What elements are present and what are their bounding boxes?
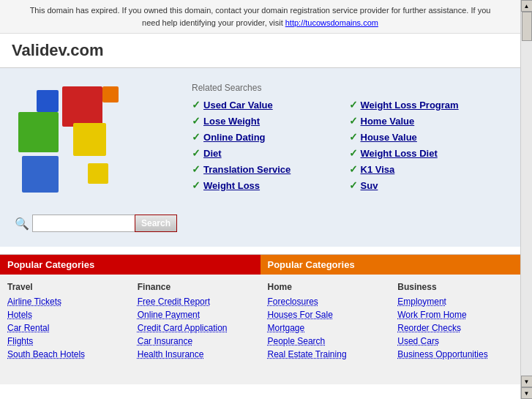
popular-category-link[interactable]: Real Estate Training xyxy=(268,349,383,359)
related-link[interactable]: K1 Visa xyxy=(361,164,395,175)
hero-section: 🔍 Search Related Searches ✓Used Car Valu… xyxy=(0,68,520,247)
notification-bar: This domain has expired. If you owned th… xyxy=(0,0,520,34)
popular-section: Popular Categories TravelAirline Tickets… xyxy=(0,255,520,384)
popular-category-link[interactable]: Free Credit Report xyxy=(138,297,253,307)
logo-search-col: 🔍 Search xyxy=(15,83,177,232)
checkmark-icon: ✓ xyxy=(192,115,201,127)
related-item: ✓K1 Visa xyxy=(349,163,506,175)
checkmark-icon: ✓ xyxy=(192,163,201,175)
popular-category-link[interactable]: Online Payment xyxy=(138,310,253,320)
related-link[interactable]: Diet xyxy=(203,148,222,159)
checkmark-icon: ✓ xyxy=(349,163,358,175)
popular-category-link[interactable]: Mortgage xyxy=(268,323,383,333)
related-item: ✓House Value xyxy=(349,131,506,143)
popular-panel-left: Popular Categories TravelAirline Tickets… xyxy=(0,255,261,370)
related-item: ✓Suv xyxy=(349,179,506,191)
popular-category-link[interactable]: Business Opportunities xyxy=(397,349,513,359)
related-searches: Related Searches ✓Used Car Value✓Lose We… xyxy=(192,83,506,191)
popular-category-link[interactable]: People Search xyxy=(268,336,383,346)
popular-cols-left: TravelAirline TicketsHotelsCar RentalFli… xyxy=(7,282,253,362)
popular-header-right: Popular Categories xyxy=(261,255,521,275)
related-link[interactable]: Online Dating xyxy=(203,132,266,143)
related-item: ✓Online Dating xyxy=(192,131,348,143)
related-link[interactable]: Translation Service xyxy=(203,164,291,175)
logo-block-blue xyxy=(22,156,59,193)
checkmark-icon: ✓ xyxy=(349,179,358,191)
scroll-thumb[interactable] xyxy=(522,12,532,41)
popular-col: TravelAirline TicketsHotelsCar RentalFli… xyxy=(7,282,123,362)
checkmark-icon: ✓ xyxy=(349,99,358,111)
related-links-container: ✓Used Car Value✓Lose Weight✓Online Datin… xyxy=(192,99,506,191)
popular-category-link[interactable]: Work From Home xyxy=(397,310,513,320)
related-item: ✓Weight Loss Diet xyxy=(349,147,506,159)
popular-category-link[interactable]: Employment xyxy=(397,297,513,307)
scroll-down-button[interactable]: ▼ xyxy=(521,376,533,387)
domain-title: Validev.com xyxy=(0,34,520,68)
popular-col: HomeForeclosuresHouses For SaleMortgageP… xyxy=(268,282,383,362)
related-item: ✓Lose Weight xyxy=(192,115,348,127)
logo-block-blue-small xyxy=(37,90,59,112)
related-col-right: ✓Weight Loss Program✓Home Value✓House Va… xyxy=(349,99,506,191)
logo-block-yellow-small xyxy=(88,163,108,184)
related-col-left: ✓Used Car Value✓Lose Weight✓Online Datin… xyxy=(192,99,348,191)
search-input[interactable] xyxy=(32,215,135,232)
related-link[interactable]: House Value xyxy=(361,132,417,143)
related-link[interactable]: Suv xyxy=(361,180,378,191)
popular-category-link[interactable]: Hotels xyxy=(7,310,123,320)
search-area: 🔍 Search xyxy=(15,215,177,232)
checkmark-icon: ✓ xyxy=(349,115,358,127)
popular-cols-right: HomeForeclosuresHouses For SaleMortgageP… xyxy=(268,282,514,362)
popular-col-title: Finance xyxy=(138,282,253,292)
scroll-track[interactable] xyxy=(521,12,533,376)
related-searches-label: Related Searches xyxy=(192,83,506,93)
related-item: ✓Translation Service xyxy=(192,163,348,175)
checkmark-icon: ✓ xyxy=(192,99,201,111)
popular-category-link[interactable]: Foreclosures xyxy=(268,297,383,307)
popular-category-link[interactable]: Flights xyxy=(7,336,123,346)
logo-block-orange xyxy=(102,86,119,102)
popular-category-link[interactable]: Used Cars xyxy=(397,336,513,346)
popular-category-link[interactable]: South Beach Hotels xyxy=(7,349,123,359)
checkmark-icon: ✓ xyxy=(192,147,201,159)
popular-col: FinanceFree Credit ReportOnline PaymentC… xyxy=(138,282,253,362)
search-magnifier-icon: 🔍 xyxy=(15,217,29,231)
scroll-down2-button[interactable]: ▼ xyxy=(521,387,533,399)
popular-col: BusinessEmploymentWork From HomeReorder … xyxy=(397,282,513,362)
related-item: ✓Weight Loss xyxy=(192,179,348,191)
logo-grid xyxy=(15,83,117,207)
related-link[interactable]: Home Value xyxy=(361,116,415,127)
logo-block-yellow xyxy=(73,123,106,156)
checkmark-icon: ✓ xyxy=(349,131,358,143)
related-link[interactable]: Weight Loss Program xyxy=(361,100,459,111)
related-link[interactable]: Weight Loss Diet xyxy=(361,148,438,159)
related-item: ✓Home Value xyxy=(349,115,506,127)
tucows-link[interactable]: http://tucowsdomains.com xyxy=(285,18,378,27)
popular-category-link[interactable]: Airline Tickets xyxy=(7,297,123,307)
checkmark-icon: ✓ xyxy=(192,131,201,143)
related-link[interactable]: Lose Weight xyxy=(203,116,260,127)
related-item: ✓Weight Loss Program xyxy=(349,99,506,111)
popular-category-link[interactable]: Car Rental xyxy=(7,323,123,333)
related-link[interactable]: Used Car Value xyxy=(203,100,273,111)
popular-panel-right: Popular Categories HomeForeclosuresHouse… xyxy=(261,255,521,370)
popular-col-title: Home xyxy=(268,282,383,292)
checkmark-icon: ✓ xyxy=(192,179,201,191)
logo-block-red xyxy=(62,86,102,127)
popular-category-link[interactable]: Car Insurance xyxy=(138,336,253,346)
popular-col-title: Travel xyxy=(7,282,123,292)
related-link[interactable]: Weight Loss xyxy=(203,180,260,191)
checkmark-icon: ✓ xyxy=(349,147,358,159)
popular-category-link[interactable]: Houses For Sale xyxy=(268,310,383,320)
popular-category-link[interactable]: Health Insurance xyxy=(138,349,253,359)
scrollbar[interactable]: ▲ ▼ ▼ xyxy=(520,0,532,399)
related-item: ✓Diet xyxy=(192,147,348,159)
scroll-up-button[interactable]: ▲ xyxy=(521,0,533,12)
popular-category-link[interactable]: Credit Card Application xyxy=(138,323,253,333)
logo-block-green xyxy=(18,112,59,152)
notification-text: This domain has expired. If you owned th… xyxy=(30,6,491,27)
search-button[interactable]: Search xyxy=(135,215,177,232)
related-item: ✓Used Car Value xyxy=(192,99,348,111)
popular-category-link[interactable]: Reorder Checks xyxy=(397,323,513,333)
popular-col-title: Business xyxy=(397,282,513,292)
popular-header-left: Popular Categories xyxy=(0,255,261,275)
